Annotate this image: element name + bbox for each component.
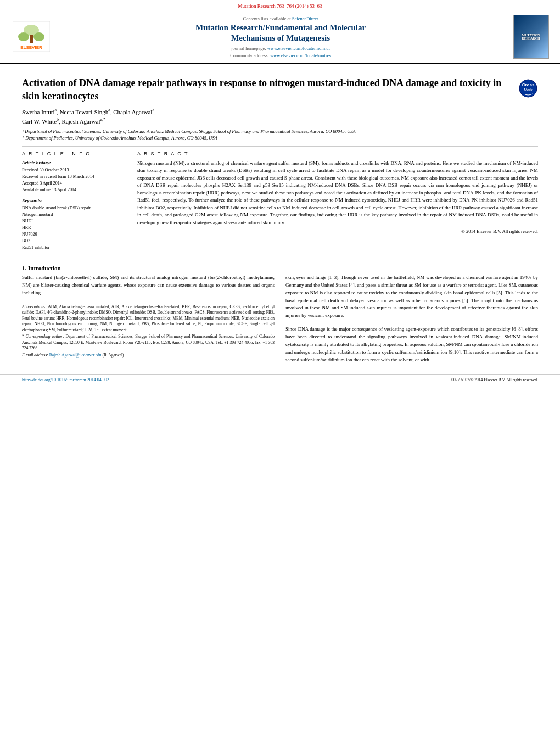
revised-date: Received in revised form 18 March 2014: [22, 174, 118, 180]
journal-header: ELSEVIER Contents lists available at Sci…: [0, 10, 560, 64]
keyword-1: DNA double strand break (DSB) repair: [22, 205, 118, 211]
corresponding-label-text: Corresponding author:: [25, 334, 65, 339]
contents-available-line: Contents lists available at ScienceDirec…: [55, 16, 506, 21]
svg-point-2: [18, 32, 29, 41]
abstract-copyright: © 2014 Elsevier B.V. All rights reserved…: [137, 228, 538, 234]
cover-text: MUTATIONRESEARCH: [522, 34, 540, 40]
body-right-col: skin, eyes and lungs [1–3]. Though never…: [285, 274, 538, 364]
article-history-label: Article history:: [22, 160, 118, 165]
sciencedirect-link[interactable]: ScienceDirect: [292, 16, 318, 21]
svg-point-3: [33, 32, 44, 41]
cover-box: MUTATIONRESEARCH: [513, 15, 549, 59]
affiliations: ᵃ Department of Pharmaceutical Sciences,…: [22, 129, 538, 142]
article-title: Activation of DNA damage repair pathways…: [22, 76, 513, 103]
keyword-5: NU7026: [22, 231, 118, 238]
elsevier-logo: ELSEVIER: [10, 19, 49, 55]
svg-text:ELSEVIER: ELSEVIER: [20, 45, 42, 50]
article-info-abstract: A R T I C L E I N F O Article history: R…: [22, 151, 538, 251]
abstract-label: A B S T R A C T: [137, 151, 538, 157]
body-text-section: Sulfur mustard (bis(2-chloroethyl) sulfi…: [22, 274, 538, 364]
svg-rect-4: [30, 35, 33, 43]
keywords-label: Keywords:: [22, 198, 118, 203]
intro-left-text: Sulfur mustard (bis(2-chloroethyl) sulfi…: [22, 274, 275, 297]
doi-link[interactable]: http://dx.doi.org/10.1016/j.mrfmmm.2014.…: [22, 377, 109, 382]
keyword-7: Rad51 inhibitor: [22, 244, 118, 251]
contents-text: Contents lists available at: [243, 16, 292, 21]
bottom-bar: http://dx.doi.org/10.1016/j.mrfmmm.2014.…: [0, 374, 560, 385]
introduction-heading: 1. Introduction: [22, 265, 538, 271]
header-divider: [22, 146, 538, 147]
footnotes-area: Abbreviations: ATM, Ataxia telangiectasi…: [22, 302, 275, 359]
corresponding-author-line: * Corresponding author: Department of Ph…: [22, 334, 275, 352]
journal-community: Community address: www.elsevier.com/loca…: [55, 53, 506, 58]
crossmark-icon: Cross Mark: [518, 79, 538, 98]
crossmark-svg: Cross Mark: [518, 79, 538, 98]
email-label: E-mail address:: [22, 353, 49, 358]
article-info-label: A R T I C L E I N F O: [22, 151, 118, 157]
journal-citation: Mutation Research 763–764 (2014) 53–63: [238, 3, 322, 9]
svg-text:Cross: Cross: [522, 82, 535, 87]
authors-line: Swetha Inturia, Neera Tewari-Singha, Cha…: [22, 108, 538, 126]
journal-title-line2: Mechanisms of Mutagenesis: [231, 34, 330, 42]
homepage-label: journal homepage:: [231, 46, 267, 51]
affiliation-b: ᵇ Department of Pediatrics, University o…: [22, 135, 217, 141]
journal-title: Mutation Research/Fundamental and Molecu…: [55, 23, 506, 44]
svg-text:Mark: Mark: [524, 88, 533, 92]
elsevier-tree-icon: ELSEVIER: [13, 21, 50, 52]
intro-right-para1: skin, eyes and lungs [1–3]. Though never…: [285, 274, 538, 320]
journal-citation-bar: Mutation Research 763–764 (2014) 53–63: [0, 0, 560, 10]
issn-copyright: 0027-5107/© 2014 Elsevier B.V. All right…: [451, 377, 538, 382]
intro-right-para2: Since DNA damage is the major consequenc…: [285, 326, 538, 364]
authors-text: Swetha Inturia, Neera Tewari-Singha, Cha…: [22, 109, 156, 125]
available-date: Available online 13 April 2014: [22, 187, 118, 193]
journal-info: Contents lists available at ScienceDirec…: [55, 16, 506, 58]
community-label: Community address:: [230, 53, 270, 58]
affiliation-a: ᵃ Department of Pharmaceutical Sciences,…: [22, 129, 356, 134]
abbreviations-line: Abbreviations: ATM, Ataxia telangiectasi…: [22, 304, 275, 333]
page: Mutation Research 763–764 (2014) 53–63 E…: [0, 0, 560, 742]
author-email[interactable]: Rajesh.Agarwal@ucdenver.edu: [49, 353, 102, 358]
elsevier-box: ELSEVIER: [10, 19, 49, 55]
email-line: E-mail address: Rajesh.Agarwal@ucdenver.…: [22, 353, 275, 359]
keyword-2: Nitrogen mustard: [22, 211, 118, 218]
abbreviations-label: Abbreviations:: [22, 304, 48, 309]
body-divider: [22, 258, 538, 258]
article-title-section: Activation of DNA damage repair pathways…: [22, 76, 538, 103]
email-recipient: (R. Agarwal).: [102, 353, 125, 358]
body-left-col: Sulfur mustard (bis(2-chloroethyl) sulfi…: [22, 274, 275, 364]
community-url[interactable]: www.elsevier.com/locate/mutres: [270, 53, 331, 58]
keyword-4: HRR: [22, 225, 118, 231]
keyword-3: NHEJ: [22, 218, 118, 225]
article-info-column: A R T I C L E I N F O Article history: R…: [22, 151, 126, 251]
homepage-url[interactable]: www.elsevier.com/locate/molmut: [267, 46, 330, 51]
journal-homepage: journal homepage: www.elsevier.com/locat…: [55, 46, 506, 51]
abbreviations-text: ATM, Ataxia telangiectasia mutated; ATR,…: [22, 304, 275, 332]
keyword-6: BO2: [22, 238, 118, 244]
abstract-text: Nitrogen mustard (NM), a structural anal…: [137, 160, 538, 227]
journal-cover-image: MUTATIONRESEARCH: [512, 15, 550, 59]
received-date: Received 30 October 2013: [22, 167, 118, 174]
main-content: Activation of DNA damage repair pathways…: [0, 64, 560, 370]
journal-title-line1: Mutation Research/Fundamental and Molecu…: [195, 23, 366, 32]
abstract-column: A B S T R A C T Nitrogen mustard (NM), a…: [137, 151, 538, 251]
accepted-date: Accepted 3 April 2014: [22, 180, 118, 187]
